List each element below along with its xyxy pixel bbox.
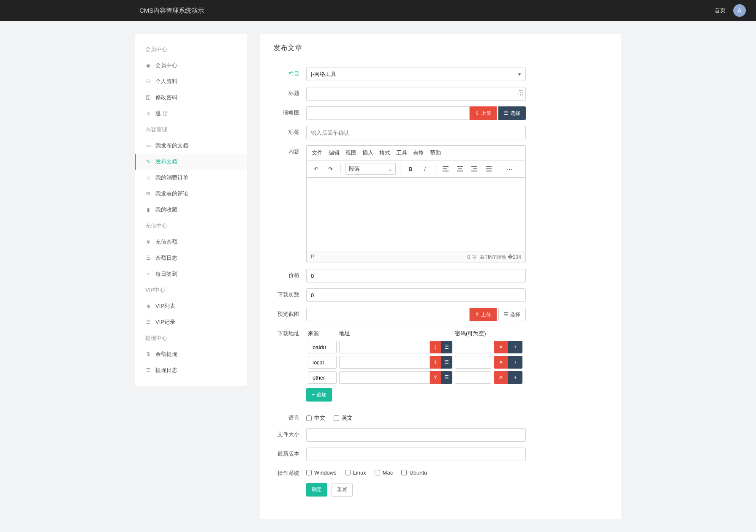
sidebar-item[interactable]: ≡每日签到 [135,266,247,282]
preview-input[interactable] [306,308,470,321]
dl-upload-button[interactable]: ⇪ [430,371,441,384]
add-row-button[interactable]: +追加 [306,388,332,402]
upload-icon: ⇪ [475,110,479,116]
editor-menu-item[interactable]: 工具 [396,149,407,157]
align-left-button[interactable] [440,163,451,175]
preview-upload-button[interactable]: ⇪上传 [470,308,497,321]
sidebar-item-label: 会员中心 [155,62,177,69]
format-select[interactable]: 段落⌄ [345,163,396,175]
sidebar-item[interactable]: ⚿修改密码 [135,90,247,106]
sidebar-heading: 提现中心 [135,330,247,346]
sidebar-item[interactable]: ▭我发布的文档 [135,138,247,154]
label-category: 栏目 [273,68,306,78]
dl-url-input[interactable] [339,341,430,353]
sidebar-item[interactable]: $余额提现 [135,346,247,362]
os-option[interactable]: Windows [306,470,337,476]
sidebar-item[interactable]: ☰提现日志 [135,362,247,378]
sidebar-item-label: 我发表的评论 [155,190,188,198]
label-content: 内容 [273,145,306,155]
comment-icon: ✉ [145,191,151,197]
lang-option[interactable]: 中文 [306,414,325,422]
dl-pwd-input[interactable] [455,356,491,369]
dl-remove-button[interactable]: ✕ [494,356,508,369]
sidebar-item-label: 个人资料 [155,78,177,85]
more-button[interactable]: ⋯ [503,163,515,175]
list-icon: ☰ [504,110,509,116]
dl-url-input[interactable] [339,356,430,369]
nav-home[interactable]: 首页 [715,7,726,14]
label-price: 价格 [273,269,306,279]
dl-upload-button[interactable]: ⇪ [430,341,441,353]
align-right-button[interactable] [468,163,480,175]
editor-menu-item[interactable]: 文件 [312,149,323,157]
editor-menu-item[interactable]: 编辑 [329,149,340,157]
os-option[interactable]: Linux [345,470,366,476]
preview-select-button[interactable]: ☰选择 [498,308,526,321]
editor-menu-item[interactable]: 插入 [362,149,373,157]
label-version: 最新版本 [273,448,306,458]
submit-button[interactable]: 确定 [306,483,327,497]
sidebar-item[interactable]: ✎发布文档 [135,154,247,170]
version-input[interactable] [306,448,526,461]
filesize-input[interactable] [306,428,526,442]
avatar[interactable]: A [733,4,746,17]
dl-pwd-input[interactable] [455,341,491,353]
dl-source-input[interactable] [308,356,337,369]
sidebar-item[interactable]: ⌂我的消费订单 [135,170,247,186]
italic-button[interactable]: I [419,163,431,175]
sidebar-heading: 内容管理 [135,122,247,138]
tags-input[interactable] [306,126,526,139]
dl-upload-button[interactable]: ⇪ [430,356,441,369]
lang-option[interactable]: 英文 [334,414,353,422]
brand-title: CMS内容管理系统演示 [139,7,582,15]
price-input[interactable] [306,269,526,282]
downloads-input[interactable] [306,288,526,302]
dl-remove-button[interactable]: ✕ [494,341,508,353]
thumb-upload-button[interactable]: ⇪上传 [470,106,497,120]
dollar-icon: $ [145,351,151,357]
redo-button[interactable]: ↷ [324,163,336,175]
sidebar-item[interactable]: ⚇个人资料 [135,73,247,90]
sidebar-item-label: 我的收藏 [155,206,177,214]
dl-source-input[interactable] [308,341,337,353]
dl-pwd-input[interactable] [455,371,491,384]
sidebar-item[interactable]: ¥充值余额 [135,234,247,250]
dl-list-button[interactable]: ☰ [441,356,452,369]
editor-menu-item[interactable]: 帮助 [430,149,441,157]
editor-menu-item[interactable]: 视图 [345,149,356,157]
align-justify-button[interactable] [483,163,495,175]
sidebar-item[interactable]: ⎋退 出 [135,106,247,122]
title-input[interactable] [306,87,526,100]
dl-add-button[interactable]: + [508,371,522,384]
sidebar-item[interactable]: ▮我的收藏 [135,202,247,218]
dl-url-input[interactable] [339,371,430,384]
label-thumb: 缩略图 [273,106,306,117]
editor-body[interactable] [307,178,525,252]
editor-menu-item[interactable]: 表格 [413,149,424,157]
dl-remove-button[interactable]: ✕ [494,371,508,384]
thumb-select-button[interactable]: ☰选择 [498,106,526,120]
thumb-input[interactable] [306,106,470,120]
os-option[interactable]: Mac [375,470,393,476]
bold-button[interactable]: B [405,163,416,175]
editor-menu-item[interactable]: 格式 [379,149,390,157]
reset-button[interactable]: 重置 [332,483,353,497]
sidebar-item[interactable]: ◉会员中心 [135,57,247,73]
align-center-button[interactable] [454,163,466,175]
sidebar-item[interactable]: ☰VIP记录 [135,314,247,330]
category-select[interactable]: |-网络工具 [306,68,526,81]
counter-icon: ¦ [519,90,522,96]
os-option[interactable]: Ubuntu [401,470,427,476]
dl-add-button[interactable]: + [508,341,522,353]
upload-icon: ⇪ [475,312,479,318]
undo-button[interactable]: ↶ [310,163,322,175]
dl-source-input[interactable] [308,371,337,384]
sidebar-item[interactable]: ☰余额日志 [135,250,247,266]
dl-add-button[interactable]: + [508,356,522,369]
sidebar-heading: VIP中心 [135,282,247,298]
sidebar-item[interactable]: ✉我发表的评论 [135,186,247,202]
bookmark-icon: ▮ [145,207,151,213]
dl-list-button[interactable]: ☰ [441,371,452,384]
sidebar-item[interactable]: ◈VIP列表 [135,298,247,314]
dl-list-button[interactable]: ☰ [441,341,452,353]
